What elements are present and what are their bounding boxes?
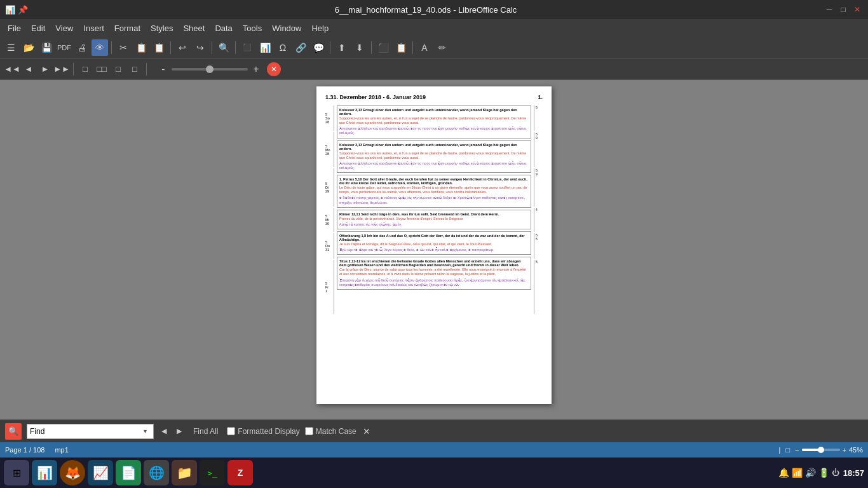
cut-button[interactable]: ✂ (115, 39, 132, 56)
section-5-fr: Je suis l'alpha et l'oméga, dit le Seign… (339, 242, 529, 247)
find-next-button[interactable]: ▶ (174, 426, 184, 437)
zoom-control: - + (158, 64, 262, 75)
maximize-button[interactable]: □ (837, 4, 849, 15)
match-case-checkbox[interactable] (305, 427, 313, 435)
app-logo-icon: 📊 (5, 5, 15, 15)
styles-button[interactable]: A (416, 39, 433, 56)
find-all-button[interactable]: Find All (189, 426, 222, 437)
paste-button[interactable]: 📋 (151, 39, 167, 56)
filemanager-icon: 📁 (177, 465, 193, 480)
taskbar-gdocs[interactable]: 📄 (116, 460, 141, 485)
wrap-single-button[interactable]: □ (78, 62, 92, 76)
finance-icon: 📈 (93, 465, 109, 480)
zoom-bar-thumb[interactable] (818, 447, 824, 453)
find-button[interactable]: 🔍 (215, 39, 232, 56)
menu-data[interactable]: Data (210, 21, 237, 36)
minimize-button[interactable]: ─ (824, 4, 835, 15)
find-dropdown-button[interactable]: ▾ (140, 426, 151, 437)
taskbar-filemanager[interactable]: 📁 (172, 460, 197, 485)
power-icon[interactable]: ⏻ (832, 468, 839, 477)
menu-tools[interactable]: Tools (238, 21, 267, 36)
insert-table-button[interactable]: ⬛ (239, 39, 255, 56)
undo-button[interactable]: ↩ (174, 39, 191, 56)
sort-asc-button[interactable]: ⬆ (334, 39, 350, 56)
toolbar-separator-1 (111, 41, 112, 54)
print-button[interactable]: 🖨 (74, 39, 90, 56)
new-button[interactable]: ☰ (3, 39, 19, 56)
menu-edit[interactable]: Edit (26, 21, 50, 36)
section-6-gr: Ἐπεφάνη γὰρ ἡ χάρις τοῦ θεοῦ σωτήριος πᾶ… (339, 278, 529, 287)
taskbar-finance[interactable]: 📈 (88, 460, 113, 485)
draw-button[interactable]: ✏ (434, 39, 451, 56)
prev-page-button[interactable]: ◄ (22, 62, 36, 76)
find-input[interactable] (30, 427, 140, 436)
insert-chart-button[interactable]: 📊 (257, 39, 273, 56)
open-button[interactable]: 📂 (20, 39, 37, 56)
right-sidebar: 5 59 59 4 55 5 (534, 105, 543, 314)
zoom-minus-button[interactable]: - (158, 64, 169, 75)
menu-insert[interactable]: Insert (78, 21, 109, 36)
zoom-status-track[interactable] (802, 449, 840, 451)
taskbar-virtual-desktop[interactable]: ⊞ (4, 460, 29, 485)
close-preview-button[interactable]: ✕ (267, 62, 281, 76)
volume-icon[interactable]: 🔊 (805, 468, 816, 478)
sort-desc-button[interactable]: ⬇ (351, 39, 368, 56)
chrome-icon: 🌐 (149, 465, 165, 480)
formatted-display-label: Formatted Display (238, 427, 299, 436)
preview-button[interactable]: 👁 (92, 39, 108, 56)
export-pdf-button[interactable]: PDF (56, 39, 72, 56)
battery-icon[interactable]: 🔋 (818, 468, 829, 478)
menu-window[interactable]: Window (267, 21, 306, 36)
last-page-button[interactable]: ►► (55, 62, 69, 76)
taskbar-libreoffice[interactable]: 📊 (32, 460, 57, 485)
menu-sheet[interactable]: Sheet (178, 21, 210, 36)
preview-toolbar: ◄◄ ◄ ► ►► □ □□ □ □ - + ✕ (0, 58, 868, 80)
menu-file[interactable]: File (3, 21, 26, 36)
zoom-slider-track[interactable] (172, 68, 248, 71)
zoom-slider-thumb[interactable] (206, 65, 214, 73)
show-sheet-button[interactable]: 📋 (393, 39, 409, 56)
zoom-status: − + 45% (795, 446, 863, 454)
zoom-plus-button[interactable]: + (250, 64, 262, 75)
insert-symbol-button[interactable]: Ω (275, 39, 291, 56)
save-button[interactable]: 💾 (38, 39, 55, 56)
section-4: Römer 12,11 Seid nicht träge in dem, was… (337, 210, 531, 229)
left-sidebar: 5So28 5Mo28 5Di29 5Mi30 5Do31 5Fr1 (325, 105, 334, 314)
find-prev-button[interactable]: ◀ (159, 426, 169, 437)
page-view-button[interactable]: □ (111, 62, 125, 76)
network-icon[interactable]: 📶 (792, 468, 803, 478)
cursor-icon: | (779, 446, 781, 454)
section-1-label: Kolosser 3,13 Ertragt einer den andern u… (339, 108, 529, 116)
freeze-rows-button[interactable]: ⬛ (375, 39, 391, 56)
window-controls[interactable]: ─ □ ✕ (824, 4, 863, 15)
section-6-fr: Car la grâce de Dieu, source de salut po… (339, 268, 529, 276)
formatted-display-checkbox[interactable] (227, 427, 235, 435)
taskbar-chrome[interactable]: 🌐 (144, 460, 169, 485)
book-view-button[interactable]: □ (128, 62, 142, 76)
wrap-multi-button[interactable]: □□ (95, 62, 109, 76)
redo-button[interactable]: ↪ (192, 39, 208, 56)
section-4-gr: Αὐτῷ τὸ κράτος εἰς τοὺς αἰῶνας. ἀμήν. (339, 222, 529, 227)
next-page-button[interactable]: ► (38, 62, 52, 76)
first-page-button[interactable]: ◄◄ (5, 62, 19, 76)
zoom-minus-status[interactable]: − (795, 446, 799, 454)
notifications-icon[interactable]: 🔔 (778, 468, 789, 478)
menu-view[interactable]: View (50, 21, 78, 36)
hyperlink-button[interactable]: 🔗 (292, 39, 309, 56)
status-right: | □ − + 45% (779, 446, 863, 454)
taskbar-app9[interactable]: Z (227, 460, 253, 485)
find-icon-button[interactable]: 🔍 (5, 423, 22, 440)
comment-button[interactable]: 💬 (310, 39, 327, 56)
copy-button[interactable]: 📋 (133, 39, 149, 56)
pin-icon: 📌 (18, 5, 28, 15)
close-button[interactable]: ✕ (851, 4, 863, 15)
right-marker-6: 5 (534, 260, 543, 314)
find-close-button[interactable]: ✕ (362, 425, 372, 438)
menu-styles[interactable]: Styles (146, 21, 178, 36)
taskbar-terminal[interactable]: >_ (200, 460, 225, 485)
taskbar-firefox[interactable]: 🦊 (60, 460, 85, 485)
document-page: 1.31. Dezember 2018 - 6. Januar 2019 1. … (316, 86, 552, 404)
menu-format[interactable]: Format (109, 21, 146, 36)
menu-help[interactable]: Help (306, 21, 334, 36)
zoom-plus-status[interactable]: + (843, 446, 846, 454)
